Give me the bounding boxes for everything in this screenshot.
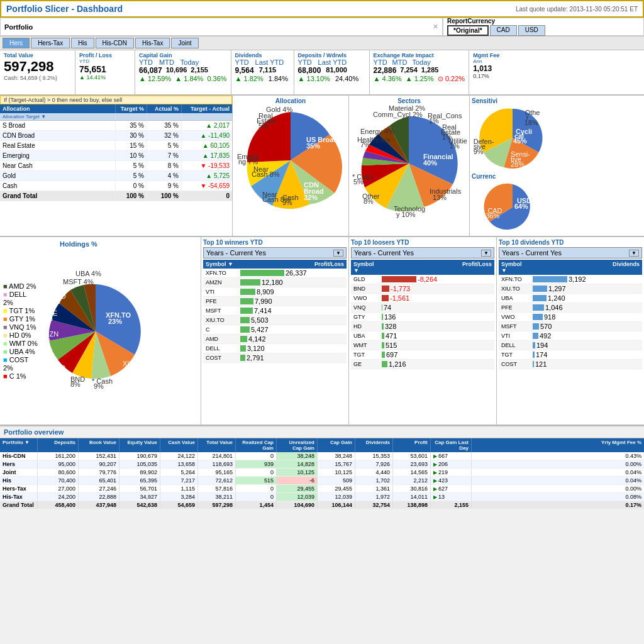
tab-his[interactable]: His [71, 38, 94, 48]
portfolio-filter: Portfolio ✕ [0, 18, 443, 36]
table-row: XFN.TO 26,337 [203, 269, 347, 278]
svg-text:40%: 40% [423, 159, 437, 167]
po-row: His 70,400 65,401 65,395 7,217 72,612 51… [0, 477, 644, 485]
tab-hers[interactable]: Hers [3, 38, 30, 48]
table-row: Emerging 10 % 7 % ▲ 17,835 [0, 151, 232, 161]
winners-filter[interactable]: Years - Current Yes ▼ [203, 247, 347, 258]
table-row: UBA 1,240 [499, 294, 642, 303]
svg-text:1%: 1% [450, 142, 460, 150]
at-condition: If (Target-Actual) > 0 then need to buy,… [0, 96, 232, 104]
currency-original[interactable]: *Original* [447, 25, 489, 36]
table-row: VTI 8,909 [203, 287, 347, 297]
svg-text:13%: 13% [433, 194, 447, 201]
portfolio-tabs: Hers Hers-Tax His His-CDN His-Tax Joint [0, 36, 644, 50]
table-row: MSFT 570 [499, 322, 642, 331]
svg-text:45%: 45% [513, 137, 527, 145]
losers-filter[interactable]: Years - Current Yes ▼ [351, 247, 494, 258]
metric-dividends: Dividends YTDLast YTD 9,5647,115 ▲ 1.82%… [231, 50, 294, 94]
allocation-target: If (Target-Actual) > 0 then need to buy,… [0, 96, 233, 236]
portfolio-clear[interactable]: ✕ [433, 23, 438, 31]
tab-his-cdn[interactable]: His-CDN [96, 38, 134, 48]
at-subheader: Allocation Target ▼ [0, 113, 232, 121]
table-row: GE 1,216 [351, 360, 494, 369]
dividends-filter[interactable]: Years - Current Yes ▼ [499, 247, 642, 258]
metric-mgmt-fee: Mgmt Fee Ann 1,013 0.17% [469, 50, 513, 94]
table-row: C 5,427 [203, 325, 347, 335]
metric-profit-loss: Profit / Loss YTD 75,651 ▲ 14.41% [75, 50, 135, 94]
svg-text:1%: 1% [429, 117, 439, 125]
table-row: AMZN 12,180 [203, 278, 347, 287]
tab-his-tax[interactable]: His-Tax [135, 38, 170, 48]
svg-text:64%: 64% [514, 202, 528, 209]
svg-text:7%: 7% [49, 369, 59, 377]
svg-text:35%: 35% [306, 142, 320, 150]
winners-filter-text: Years - Current Yes [206, 249, 266, 257]
portfolio-label: Portfolio [4, 23, 33, 31]
winners-table: Top 10 winners YTD Years - Current Yes ▼… [201, 237, 349, 425]
svg-text:28%: 28% [511, 160, 525, 168]
holdings-pie: Holdings % ■ AMD 2% ■ DELL 2% ■ TGT 1% ■… [0, 237, 201, 425]
sensitivity-title: Sensitivi [472, 97, 642, 104]
table-row: VNQ 74 [351, 303, 494, 313]
currency-usd[interactable]: USD [518, 25, 545, 36]
svg-text:36%: 36% [486, 212, 499, 219]
svg-text:y 10%: y 10% [396, 211, 416, 218]
middle-section: If (Target-Actual) > 0 then need to buy,… [0, 96, 644, 237]
svg-text:UBA 4%: UBA 4% [75, 270, 101, 277]
table-row: COST 2,791 [203, 353, 347, 363]
svg-text:9%: 9% [94, 382, 104, 390]
svg-text:Cash 8%: Cash 8% [262, 196, 291, 203]
table-row: S Broad 35 % 35 % ▲ 2,017 [0, 121, 232, 131]
currency-filter: ReportCurrency *Original* CAD USD [443, 18, 644, 36]
currency-cad[interactable]: CAD [490, 25, 517, 36]
tab-hers-tax[interactable]: Hers-Tax [31, 38, 70, 48]
svg-text:23%: 23% [108, 318, 122, 325]
charts-area: Allocation US Broad 35% C [233, 96, 644, 236]
table-row: VTI 492 [499, 331, 642, 341]
dividends-title: Top 10 dividends YTD [499, 239, 642, 246]
currency-title: Currenc [472, 173, 642, 180]
dividends-header: Symbol ▼ Dividends [499, 260, 642, 275]
tab-joint[interactable]: Joint [171, 38, 198, 48]
losers-title: Top 10 loosers YTD [351, 239, 494, 246]
header: Portfolio Slicer - Dashboard Last quote … [0, 0, 644, 18]
table-row: CDN Broad 30 % 32 % ▲ -11,490 [0, 131, 232, 141]
svg-text:7%: 7% [360, 141, 370, 148]
table-row: HD 328 [351, 322, 494, 331]
po-grand-total: Grand Total 458,400 437,948 542,638 54,6… [0, 501, 644, 509]
po-row: His-Tax 24,200 22,888 34,927 3,284 38,21… [0, 493, 644, 501]
table-row: Gold 5 % 4 % ▲ 5,725 [0, 171, 232, 181]
po-row: Hers 95,000 90,207 105,035 13,658 118,69… [0, 460, 644, 469]
table-row: MSFT 7,414 [203, 306, 347, 316]
dividends-filter-icon[interactable]: ▼ [629, 250, 639, 257]
svg-text:5%: 5% [353, 178, 364, 186]
sectors-chart: Sectors [349, 96, 470, 236]
winners-filter-icon[interactable]: ▼ [333, 250, 343, 257]
metric-capital-gain: Capital Gain YTDMTDToday 66,08710,6962,1… [135, 50, 231, 94]
table-row: AMD 4,142 [203, 335, 347, 344]
at-header-row: Allocation Target % Actual % Target - Ac… [0, 104, 232, 113]
po-row: Hers-Tax 27,000 27,246 56,701 1,115 57,8… [0, 485, 644, 493]
table-row: VWO -1,561 [351, 294, 494, 303]
losers-filter-icon[interactable]: ▼ [481, 250, 491, 257]
svg-text:Gold 4%: Gold 4% [266, 106, 292, 113]
table-row: VWO 918 [499, 313, 642, 322]
losers-header: Symbol ▼ Profit/Loss [351, 260, 494, 275]
table-row: XIU.TO 1,297 [499, 284, 642, 294]
svg-text:18%: 18% [525, 119, 538, 126]
svg-text:7%: 7% [39, 352, 49, 360]
currency-label: ReportCurrency [447, 18, 640, 25]
svg-text:9%: 9% [125, 365, 135, 372]
filter-row: Portfolio ✕ ReportCurrency *Original* CA… [0, 18, 644, 36]
svg-text:8%: 8% [70, 380, 80, 388]
po-row: Joint 80,600 79,776 89,902 5,264 95,165 … [0, 469, 644, 477]
po-row: His-CDN 161,200 152,431 190,679 24,122 2… [0, 452, 644, 460]
table-row: PFE 1,046 [499, 303, 642, 313]
portfolio-overview: Portfolio overview Portfolio ▼ Deposits … [0, 426, 644, 509]
table-row: XFN.TO 3,192 [499, 275, 642, 284]
svg-text:4%: 4% [50, 297, 60, 305]
at-rows: S Broad 35 % 35 % ▲ 2,017 CDN Broad 30 %… [0, 121, 232, 201]
table-row: XIU.TO 5,503 [203, 316, 347, 325]
po-title: Portfolio overview [0, 426, 644, 438]
metric-exchange-rate: Exchange Rate Impact YTDMTDToday 22,8867… [370, 50, 470, 94]
